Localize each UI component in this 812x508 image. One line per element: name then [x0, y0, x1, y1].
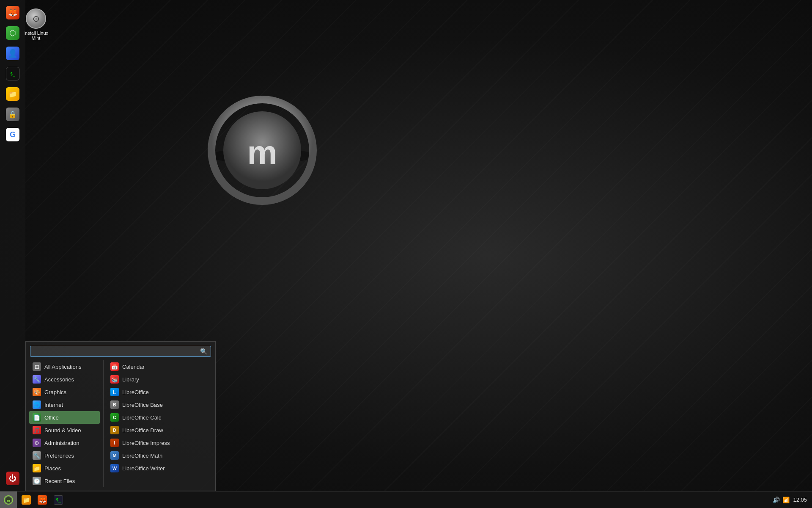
- lo-draw-icon: D: [110, 426, 119, 434]
- recent-files-label: Recent Files: [44, 478, 75, 484]
- volume-tray-icon[interactable]: 📶: [782, 497, 790, 503]
- taskbar-firefox-icon: 🦊: [38, 495, 47, 505]
- lo-impress-label: LibreOffice Impress: [122, 440, 170, 446]
- places-icon: 📁: [33, 464, 41, 472]
- search-button[interactable]: 🔍: [200, 348, 207, 355]
- menu-item-sound-video[interactable]: 🎵 Sound & Video: [29, 424, 100, 436]
- dock-icon-google[interactable]: G: [3, 125, 22, 144]
- preferences-icon: 🔧: [33, 451, 41, 460]
- left-dock: 🦊 ⬡ 👤 $_ 📁 🔒 G ⏻: [0, 0, 25, 491]
- graphics-icon: 🎨: [33, 388, 41, 396]
- menu-item-library[interactable]: 📚 Library: [107, 373, 212, 386]
- google-icon: G: [6, 128, 19, 141]
- menu-item-preferences[interactable]: 🔧 Preferences: [29, 449, 100, 462]
- library-label: Library: [122, 376, 139, 383]
- menu-right-column: 📅 Calendar 📚 Library L LibreOffice B Lib…: [103, 360, 212, 487]
- administration-label: Administration: [44, 440, 79, 446]
- dock-icon-account[interactable]: 👤: [3, 44, 22, 63]
- lo-impress-icon: I: [110, 439, 119, 447]
- menu-item-accessories[interactable]: 🔧 Accessories: [29, 373, 100, 386]
- menu-item-libreoffice[interactable]: L LibreOffice: [107, 386, 212, 398]
- lo-calc-icon: C: [110, 413, 119, 422]
- office-icon: 📄: [33, 413, 41, 422]
- dock-icon-power[interactable]: ⏻: [3, 469, 22, 488]
- terminal-icon: $_: [6, 67, 19, 80]
- taskbar-files-button[interactable]: 📁: [19, 492, 34, 508]
- menu-item-internet[interactable]: 🌐 Internet: [29, 398, 100, 411]
- taskbar-right: 🔊 📶 12:05: [768, 497, 812, 503]
- dock-icon-firefox[interactable]: 🦊: [3, 3, 22, 22]
- lo-writer-icon: W: [110, 464, 119, 472]
- files-icon: 📁: [6, 87, 19, 101]
- menu-item-lo-draw[interactable]: D LibreOffice Draw: [107, 424, 212, 436]
- search-input-wrap: 🔍: [30, 346, 211, 357]
- menu-item-lo-math[interactable]: M LibreOffice Math: [107, 449, 212, 462]
- graphics-label: Graphics: [44, 389, 66, 395]
- install-icon-image: [26, 8, 46, 29]
- dock-icon-terminal[interactable]: $_: [3, 64, 22, 83]
- menu-item-all-applications[interactable]: ⊞ All Applications: [29, 360, 100, 373]
- recent-files-icon: 🕐: [33, 477, 41, 485]
- lo-math-label: LibreOffice Math: [122, 453, 162, 459]
- system-tray: 🔊 📶: [773, 497, 790, 503]
- internet-icon: 🌐: [33, 400, 41, 409]
- power-icon: ⏻: [6, 472, 19, 485]
- menu-item-administration[interactable]: ⚙ Administration: [29, 436, 100, 449]
- svg-text:m: m: [7, 499, 10, 502]
- library-icon: 📚: [110, 375, 119, 384]
- dock-icon-lock[interactable]: 🔒: [3, 105, 22, 124]
- menu-left-column: ⊞ All Applications 🔧 Accessories 🎨 Graph…: [29, 360, 103, 487]
- menu-item-recent-files[interactable]: 🕐 Recent Files: [29, 475, 100, 487]
- sound-video-label: Sound & Video: [44, 427, 81, 433]
- places-label: Places: [44, 465, 61, 472]
- taskbar-files-icon: 📁: [22, 495, 31, 505]
- libreoffice-label: LibreOffice: [122, 389, 149, 395]
- menu-item-places[interactable]: 📁 Places: [29, 462, 100, 475]
- desktop-logo: m: [203, 93, 321, 212]
- mint-tools-icon: ⬡: [6, 26, 19, 40]
- accessories-label: Accessories: [44, 376, 74, 383]
- internet-label: Internet: [44, 402, 63, 408]
- firefox-icon: 🦊: [6, 6, 19, 19]
- taskbar: m 📁 🦊 $_ 🔊 📶 12:05: [0, 491, 812, 508]
- calendar-icon: 📅: [110, 362, 119, 371]
- calendar-label: Calendar: [122, 364, 145, 370]
- menu-item-lo-writer[interactable]: W LibreOffice Writer: [107, 462, 212, 475]
- lo-math-icon: M: [110, 451, 119, 460]
- office-label: Office: [44, 414, 59, 421]
- lo-calc-label: LibreOffice Calc: [122, 414, 161, 421]
- search-input[interactable]: [34, 348, 200, 355]
- lo-base-label: LibreOffice Base: [122, 402, 163, 408]
- start-menu-icon: m: [3, 495, 14, 505]
- menu-item-calendar[interactable]: 📅 Calendar: [107, 360, 212, 373]
- lo-writer-label: LibreOffice Writer: [122, 465, 165, 472]
- account-icon: 👤: [6, 47, 19, 60]
- lo-base-icon: B: [110, 400, 119, 409]
- taskbar-apps: 📁 🦊 $_: [17, 492, 768, 508]
- all-applications-label: All Applications: [44, 364, 81, 370]
- desktop: m Install Linux Mint 🦊 ⬡ 👤 $_ 📁 🔒 G ⏻: [0, 0, 812, 508]
- menu-item-lo-base[interactable]: B LibreOffice Base: [107, 398, 212, 411]
- administration-icon: ⚙: [33, 439, 41, 447]
- clock: 12:05: [793, 497, 807, 503]
- lock-icon: 🔒: [6, 108, 19, 121]
- preferences-label: Preferences: [44, 453, 74, 459]
- taskbar-terminal-button[interactable]: $_: [51, 492, 66, 508]
- svg-text:m: m: [247, 134, 277, 171]
- libreoffice-icon: L: [110, 388, 119, 396]
- menu-item-graphics[interactable]: 🎨 Graphics: [29, 386, 100, 398]
- taskbar-firefox-button[interactable]: 🦊: [35, 492, 50, 508]
- menu-columns: ⊞ All Applications 🔧 Accessories 🎨 Graph…: [26, 360, 215, 487]
- dock-icon-mint-tools[interactable]: ⬡: [3, 24, 22, 42]
- menu-item-office[interactable]: 📄 Office: [29, 411, 100, 424]
- network-tray-icon[interactable]: 🔊: [773, 497, 780, 503]
- menu-item-lo-impress[interactable]: I LibreOffice Impress: [107, 436, 212, 449]
- lo-draw-label: LibreOffice Draw: [122, 427, 163, 433]
- all-applications-icon: ⊞: [33, 362, 41, 371]
- dock-icon-files[interactable]: 📁: [3, 85, 22, 103]
- sound-video-icon: 🎵: [33, 426, 41, 434]
- accessories-icon: 🔧: [33, 375, 41, 384]
- start-button[interactable]: m: [0, 491, 17, 508]
- taskbar-terminal-icon: $_: [54, 495, 63, 505]
- menu-item-lo-calc[interactable]: C LibreOffice Calc: [107, 411, 212, 424]
